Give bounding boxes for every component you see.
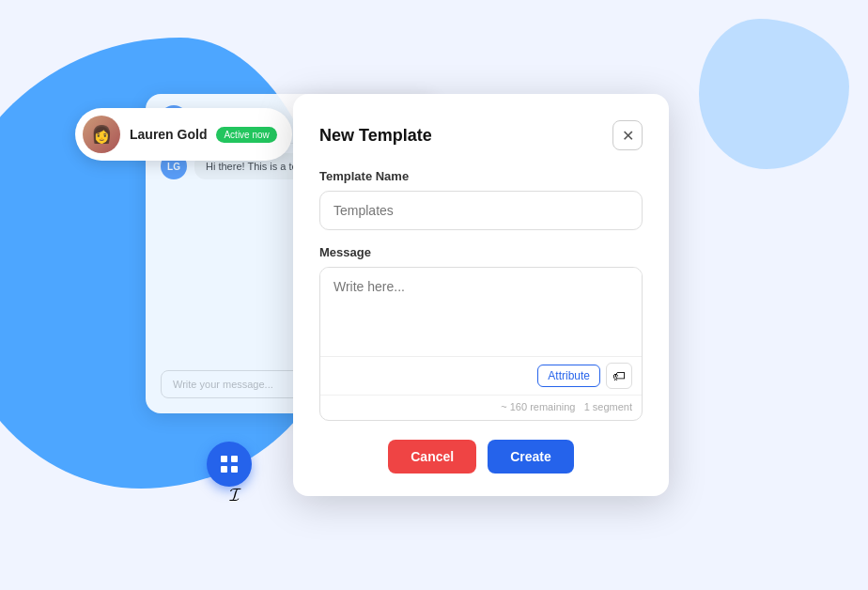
template-name-group: Template Name	[319, 169, 643, 230]
modal-actions: Cancel Create	[319, 440, 643, 474]
create-button[interactable]: Create	[488, 440, 574, 474]
remaining-text: ~ 160 remaining	[501, 401, 575, 412]
message-textarea[interactable]	[320, 268, 642, 352]
modal-header: New Template ✕	[319, 120, 643, 150]
message-footer: ~ 160 remaining 1 segment	[320, 395, 642, 420]
template-name-label: Template Name	[319, 169, 643, 183]
modal-overlay: New Template ✕ Template Name Message Att…	[0, 0, 868, 590]
tag-icon: 🏷	[612, 368, 626, 383]
segment-text: 1 segment	[584, 401, 632, 412]
message-label: Message	[319, 245, 643, 259]
new-template-modal: New Template ✕ Template Name Message Att…	[293, 94, 669, 496]
message-area: Attribute 🏷 ~ 160 remaining 1 segment	[319, 267, 643, 421]
attribute-button[interactable]: Attribute	[537, 365, 600, 387]
emoji-button[interactable]: 🏷	[606, 363, 632, 389]
modal-title: New Template	[319, 126, 432, 146]
modal-close-button[interactable]: ✕	[612, 120, 643, 150]
message-group: Message Attribute 🏷 ~ 160 remaining 1 se…	[319, 245, 643, 421]
template-name-input[interactable]	[319, 191, 643, 230]
message-toolbar: Attribute 🏷	[320, 356, 642, 395]
cancel-button[interactable]: Cancel	[388, 440, 476, 474]
